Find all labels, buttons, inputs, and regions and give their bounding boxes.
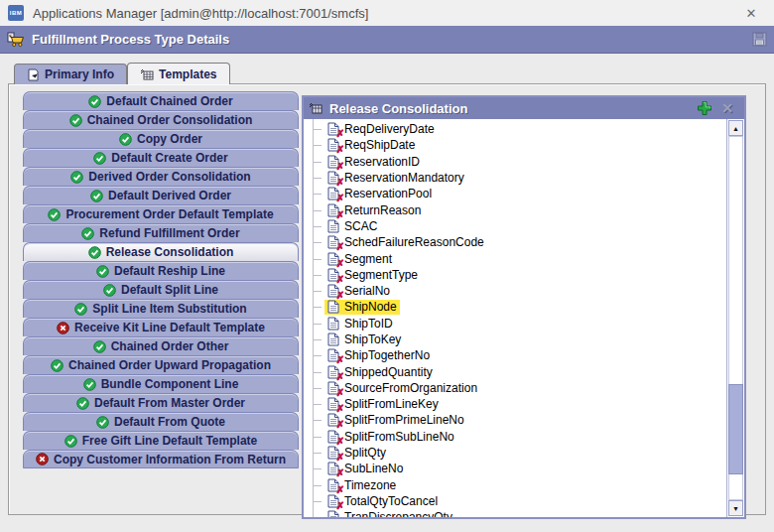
attribute-node[interactable]: ✗ SubLineNo [310,461,724,476]
process-type-label: Default Reship Line [114,264,225,278]
process-type-label: Bundle Component Line [101,377,239,391]
delete-attribute-icon[interactable]: ✕ [719,100,739,116]
attribute-node[interactable]: ✗ ReservationMandatory [310,170,724,186]
process-type-row[interactable]: Default From Master Order [23,393,299,412]
attribute-node[interactable]: SCAC [310,218,724,234]
attribute-label: ReservationID [344,155,420,169]
check-circle-icon [76,397,89,410]
process-type-row[interactable]: Default Reship Line [23,261,299,280]
tabstrip: Primary Info Templates [14,63,230,84]
attribute-node[interactable]: ✗ SerialNo [310,283,724,299]
attribute-node[interactable]: ShipNode [310,299,724,315]
document-icon: ✗ [327,348,339,362]
tab-primary-info[interactable]: Primary Info [14,64,127,84]
attribute-node[interactable]: ✗ SourceFromOrganization [310,380,724,396]
check-circle-icon [103,284,116,297]
process-type-row[interactable]: Default Create Order [23,148,299,167]
check-circle-icon [119,133,132,146]
process-type-label: Refund Fulfillment Order [99,226,239,240]
attribute-node[interactable]: ✗ SegmentType [310,267,724,283]
attribute-node[interactable]: ✗ SplitFromLineKey [310,396,724,412]
attribute-node-inner: ✗ SegmentType [324,267,421,282]
process-type-row[interactable]: Default Chained Order [23,91,299,110]
attribute-node[interactable]: ✗ Timezone [310,477,724,493]
attribute-node[interactable]: ✗ SplitFromSubLineNo [310,429,724,445]
process-type-row[interactable]: Split Line Item Substitution [23,299,299,318]
document-icon: ✗ [327,478,339,492]
attribute-node[interactable]: ✗ SplitQty [310,445,724,461]
attribute-label: Segment [344,252,392,266]
attribute-node[interactable]: ✗ ShipTogetherNo [310,347,724,363]
attribute-label: ShipTogetherNo [344,348,430,362]
cart-document-icon [7,32,25,48]
attribute-node[interactable]: ✗ SplitFromPrimeLineNo [310,412,724,428]
process-type-row[interactable]: Refund Fulfillment Order [23,223,299,242]
scroll-up-icon[interactable]: ▲ [728,120,743,136]
attribute-node[interactable]: ✗ TotalQtyToCancel [310,493,724,509]
attribute-tree: ✗ ReqDeliveryDate ✗ ReqShipDate [310,121,724,517]
attribute-node-inner: ✗ ReturnReason [324,202,424,217]
process-type-row[interactable]: Copy Order [23,129,299,148]
document-icon: ✗ [327,430,339,444]
attribute-node-inner: ✗ SplitFromPrimeLineNo [324,413,467,428]
process-type-label: Copy Order [137,132,202,146]
document-icon: ✗ [327,462,339,475]
process-type-row[interactable]: Derived Order Consolidation [23,167,299,186]
process-type-label: Default Chained Order [106,94,232,108]
vertical-scrollbar[interactable]: ▲ ▼ [726,119,744,517]
scrollbar-thumb[interactable] [728,384,743,474]
process-type-label: Split Line Item Substitution [92,302,246,316]
tab-templates[interactable]: Templates [127,63,229,84]
attribute-label: ShipToID [344,317,393,331]
process-type-row[interactable]: Default From Quote [23,412,299,431]
process-type-row[interactable]: Release Consolidation [23,242,299,261]
attribute-node[interactable]: ShipToKey [310,332,724,347]
process-type-row[interactable]: Chained Order Other [23,336,299,355]
attribute-node-inner: ShipToKey [324,332,404,347]
scroll-down-icon[interactable]: ▼ [728,500,743,516]
document-icon: ✗ [327,171,339,185]
save-icon[interactable] [752,32,767,47]
tab-label: Primary Info [45,67,114,81]
attribute-node[interactable]: ✗ ReservationPool [310,186,724,201]
add-attribute-icon[interactable] [697,100,712,116]
attribute-node[interactable]: ✗ TranDiscrepancyQty [310,509,724,517]
window-title: Applications Manager [admin@http://local… [33,6,368,21]
close-icon[interactable]: ✕ [728,0,774,26]
attribute-node[interactable]: ✗ ReqShipDate [310,137,724,153]
attribute-label: Timezone [344,478,396,492]
process-type-row[interactable]: Default Derived Order [23,186,299,204]
attribute-node[interactable]: ✗ SchedFailureReasonCode [310,234,724,250]
process-type-list: Default Chained Order Chained Order Cons… [23,91,299,468]
process-type-row[interactable]: Chained Order Upward Propagation [23,355,299,374]
app-icon: IBM [8,5,24,21]
process-type-row[interactable]: Default Split Line [23,280,299,299]
process-type-row[interactable]: Copy Customer Information From Return [23,450,299,468]
document-icon: ✗ [327,446,339,460]
attribute-node[interactable]: ✗ ReturnReason [310,201,724,217]
process-type-row[interactable]: Receive Kit Line Default Template [23,318,299,336]
attribute-label: ReqShipDate [344,138,415,152]
attribute-label: SCAC [344,219,377,233]
attribute-label: SerialNo [344,284,390,298]
attribute-node[interactable]: ✗ ShippedQuantity [310,363,724,379]
process-type-row[interactable]: Procurement Order Default Template [23,204,299,223]
process-type-label: Chained Order Other [111,339,229,353]
attribute-node[interactable]: ✗ ReqDeliveryDate [310,121,724,137]
process-type-row[interactable]: Chained Order Consolidation [23,110,299,129]
attribute-node[interactable]: ✗ Segment [310,250,724,266]
document-icon: ✗ [327,235,339,249]
attribute-node-inner: ShipNode [324,300,400,315]
process-type-row[interactable]: Free Gift Line Default Template [23,431,299,450]
attribute-label: ReturnReason [344,203,421,217]
check-circle-icon [83,378,96,391]
attribute-node[interactable]: ✗ ReservationID [310,154,724,170]
table-grid-icon [309,102,322,114]
check-circle-icon [90,190,103,202]
process-type-row[interactable]: Bundle Component Line [23,374,299,393]
document-icon: ✗ [327,252,339,266]
check-circle-icon [88,95,101,108]
document-icon: ✗ [327,187,339,200]
attribute-node[interactable]: ShipToID [310,316,724,332]
attribute-node-inner: ✗ ShippedQuantity [324,364,436,379]
